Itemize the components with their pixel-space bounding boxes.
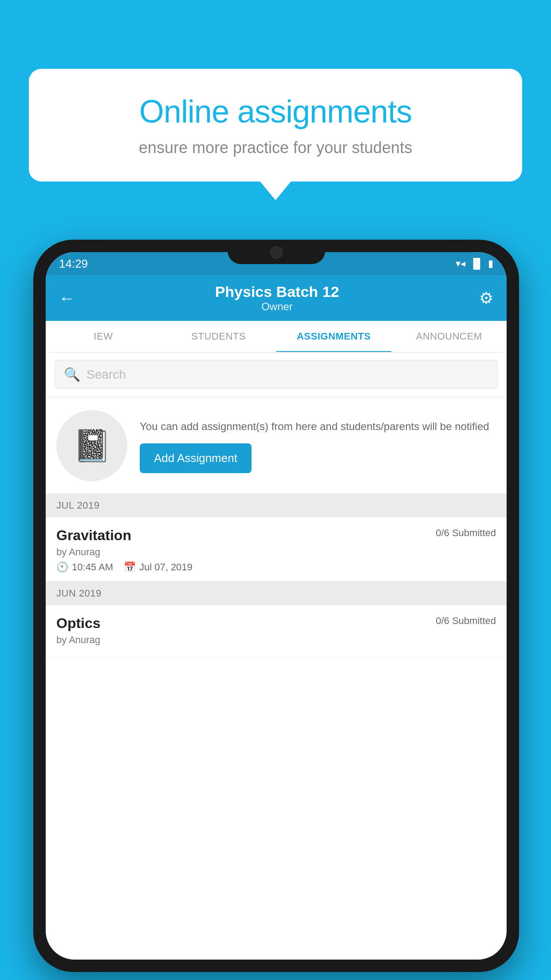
speech-bubble: Online assignments ensure more practice …	[29, 69, 522, 182]
promo-section: 📓 You can add assignment(s) from here an…	[46, 398, 507, 494]
header-subtitle: Owner	[75, 300, 479, 313]
bubble-title: Online assignments	[55, 93, 496, 130]
add-assignment-button[interactable]: Add Assignment	[140, 443, 252, 473]
assignment-meta: 🕙 10:45 AM 📅 Jul 07, 2019	[56, 561, 496, 573]
meta-time: 🕙 10:45 AM	[56, 561, 113, 573]
app-header: ← Physics Batch 12 Owner ⚙	[46, 275, 507, 321]
assignment-by: by Anurag	[56, 546, 496, 558]
assignment-item-gravitation[interactable]: Gravitation 0/6 Submitted by Anurag 🕙 10…	[46, 518, 507, 581]
status-icons: ▾◂ ▐▌ ▮	[456, 258, 493, 269]
section-header-jun: JUN 2019	[46, 581, 507, 605]
clock-icon: 🕙	[56, 561, 68, 573]
speech-bubble-container: Online assignments ensure more practice …	[29, 69, 522, 182]
wifi-icon: ▾◂	[456, 258, 465, 269]
assignment-date: Jul 07, 2019	[139, 561, 193, 573]
calendar-icon: 📅	[124, 561, 136, 573]
assignment-submitted: 0/6 Submitted	[436, 527, 496, 539]
assignment-name-optics: Optics	[56, 615, 101, 632]
assignment-submitted-optics: 0/6 Submitted	[436, 615, 496, 627]
header-title: Physics Batch 12	[75, 283, 479, 300]
tabs-container: IEW STUDENTS ASSIGNMENTS ANNOUNCEM	[46, 321, 507, 353]
tab-overview[interactable]: IEW	[46, 321, 161, 352]
assignment-top-optics: Optics 0/6 Submitted	[56, 615, 496, 632]
bubble-subtitle: ensure more practice for your students	[55, 138, 496, 157]
assignment-name: Gravitation	[56, 527, 131, 544]
promo-text-area: You can add assignment(s) from here and …	[140, 419, 496, 473]
section-header-jul: JUL 2019	[46, 494, 507, 518]
status-time: 14:29	[59, 257, 88, 271]
search-placeholder: Search	[87, 368, 126, 382]
assignment-top: Gravitation 0/6 Submitted	[56, 527, 496, 544]
assignment-by-optics: by Anurag	[56, 634, 496, 646]
notebook-icon: 📓	[73, 427, 111, 464]
promo-description: You can add assignment(s) from here and …	[140, 419, 496, 435]
search-bar-container: 🔍 Search	[46, 353, 507, 396]
back-button[interactable]: ←	[59, 289, 75, 308]
meta-date: 📅 Jul 07, 2019	[124, 561, 193, 573]
phone-notch	[228, 240, 325, 264]
tab-announcements[interactable]: ANNOUNCEM	[391, 321, 507, 352]
header-center: Physics Batch 12 Owner	[75, 283, 479, 313]
tab-assignments[interactable]: ASSIGNMENTS	[276, 321, 392, 352]
signal-icon: ▐▌	[470, 258, 484, 269]
phone-screen: 14:29 ▾◂ ▐▌ ▮ ← Physics Batch 12 Owner ⚙…	[46, 252, 507, 960]
camera	[270, 246, 283, 259]
phone-frame: 14:29 ▾◂ ▐▌ ▮ ← Physics Batch 12 Owner ⚙…	[33, 240, 519, 972]
content-area: 🔍 Search 📓 You can add assignment(s) fro…	[46, 353, 507, 658]
settings-icon[interactable]: ⚙	[479, 289, 493, 308]
search-icon: 🔍	[64, 367, 80, 382]
tab-students[interactable]: STUDENTS	[161, 321, 276, 352]
battery-icon: ▮	[488, 258, 493, 269]
search-bar[interactable]: 🔍 Search	[55, 360, 498, 389]
assignment-time: 10:45 AM	[72, 561, 113, 573]
assignment-item-optics[interactable]: Optics 0/6 Submitted by Anurag	[46, 605, 507, 658]
promo-icon-circle: 📓	[56, 410, 127, 481]
